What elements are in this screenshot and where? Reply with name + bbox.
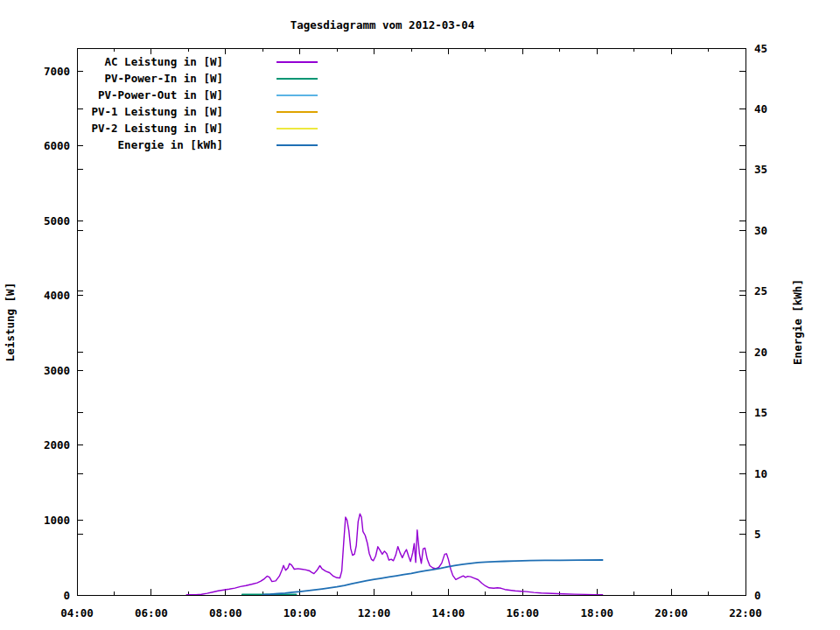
- y-right-tick-label: 35: [754, 163, 767, 176]
- y-right-tick-label: 30: [754, 224, 767, 237]
- x-tick-label: 04:00: [60, 606, 94, 620]
- y-right-tick-label: 20: [754, 346, 767, 359]
- y-right-tick-label: 0: [754, 589, 761, 602]
- y-left-tick-label: 3000: [44, 364, 70, 377]
- y-right-tick-label: 10: [754, 467, 767, 480]
- y-left-tick-label: 5000: [44, 214, 70, 228]
- gnuplot-chart-window: Tagesdiagramm vom 2012-03-04 Leistung [W…: [0, 0, 840, 630]
- y-left-tick-label: 6000: [44, 139, 70, 152]
- series-energie-in-kwh-line: [262, 560, 602, 595]
- y-right-tick-label: 45: [754, 42, 767, 55]
- x-tick-label: 08:00: [209, 606, 242, 620]
- y-left-tick-label: 1000: [44, 514, 70, 527]
- legend-label-pv-power-out-in-w: PV-Power-Out in [W]: [98, 88, 223, 102]
- y-right-tick-label: 5: [754, 528, 761, 541]
- legend-label-pv-power-in-in-w: PV-Power-In in [W]: [105, 72, 223, 85]
- y-right-tick-label: 40: [754, 102, 767, 116]
- y-right-tick-label: 15: [754, 406, 767, 419]
- chart-canvas: Tagesdiagramm vom 2012-03-04 Leistung [W…: [0, 0, 840, 630]
- legend-label-pv-1-leistung-in-w: PV-1 Leistung in [W]: [91, 105, 223, 118]
- x-tick-label: 18:00: [580, 606, 613, 620]
- series-ac-leistung-in-w-line: [186, 514, 602, 595]
- series-lines: [186, 514, 602, 595]
- y-left-tick-label: 2000: [44, 438, 70, 452]
- legend-label-energie-in-kwh: Energie in [kWh]: [118, 138, 223, 151]
- x-tick-label: 10:00: [284, 606, 317, 620]
- chart-legend: AC Leistung in [W]PV-Power-In in [W]PV-P…: [91, 55, 318, 151]
- y-right-tick-label: 25: [754, 284, 767, 298]
- legend-label-ac-leistung-in-w: AC Leistung in [W]: [105, 55, 223, 68]
- left-axis-title: Leistung [W]: [4, 283, 17, 361]
- chart-title: Tagesdiagramm vom 2012-03-04: [290, 18, 475, 32]
- y-left-tick-label: 4000: [44, 289, 70, 302]
- x-tick-label: 06:00: [135, 606, 168, 620]
- x-tick-label: 14:00: [432, 606, 466, 620]
- x-tick-label: 16:00: [507, 606, 540, 620]
- x-tick-label: 20:00: [654, 606, 688, 620]
- y-left-tick-label: 0: [63, 589, 70, 602]
- y-left-tick-label: 7000: [44, 65, 70, 78]
- x-tick-label: 12:00: [358, 606, 391, 620]
- legend-label-pv-2-leistung-in-w: PV-2 Leistung in [W]: [91, 122, 223, 135]
- x-tick-label: 22:00: [729, 606, 762, 620]
- right-axis-title: Energie [kWh]: [791, 279, 804, 365]
